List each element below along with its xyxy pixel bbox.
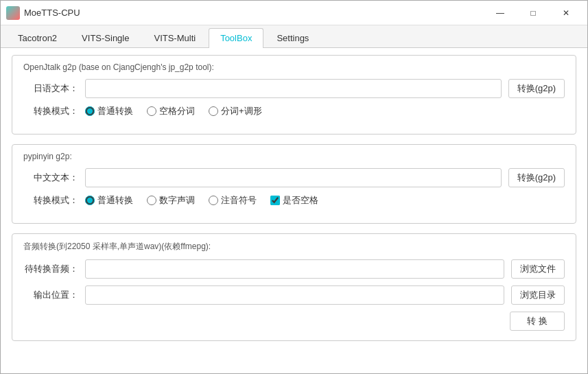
cn-mode-tone[interactable]: 数字声调 <box>147 194 195 207</box>
audio-convert-section: 音频转换(到22050 采样率,单声道wav)(依赖ffmepg): 待转换音频… <box>12 233 576 341</box>
audio-convert-title: 音频转换(到22050 采样率,单声道wav)(依赖ffmepg): <box>23 241 565 253</box>
jp-mode-row: 转换模式： 普通转换 空格分词 分词+调形 <box>23 105 565 117</box>
audio-convert-button[interactable]: 转 换 <box>510 312 565 331</box>
cn-text-input[interactable] <box>85 168 502 187</box>
tab-bar: Tacotron2 VITS-Single VITS-Multi ToolBox… <box>1 25 587 48</box>
jp-mode-normal[interactable]: 普通转换 <box>85 105 133 117</box>
cn-mode-row: 转换模式： 普通转换 数字声调 注音符号 <box>23 194 565 207</box>
cn-mode-zhuyin-label: 注音符号 <box>221 194 257 207</box>
jp-text-input[interactable] <box>85 79 502 98</box>
audio-input-row: 待转换音频： 浏览文件 <box>23 259 565 279</box>
cn-mode-zhuyin[interactable]: 注音符号 <box>209 194 257 207</box>
cn-text-row: 中文文本： 转换(g2p) <box>23 168 565 187</box>
tab-vits-multi[interactable]: VITS-Multi <box>142 28 207 47</box>
jp-mode-tone-label: 分词+调形 <box>221 105 262 117</box>
cn-mode-normal[interactable]: 普通转换 <box>85 194 133 207</box>
cn-text-label: 中文文本： <box>23 172 78 184</box>
maximize-button[interactable]: □ <box>517 3 549 23</box>
tab-tacotron2[interactable]: Tacotron2 <box>6 28 69 47</box>
tab-vits-single[interactable]: VITS-Single <box>70 28 141 47</box>
audio-output-row: 输出位置： 浏览目录 <box>23 285 565 305</box>
window-controls: — □ ✕ <box>484 3 582 23</box>
browse-dir-button[interactable]: 浏览目录 <box>511 285 565 305</box>
cn-mode-label: 转换模式： <box>23 194 78 207</box>
cn-mode-normal-label: 普通转换 <box>97 194 133 207</box>
jp-convert-button[interactable]: 转换(g2p) <box>508 79 565 98</box>
pinyin-g2p-title: pypinyin g2p: <box>23 152 565 161</box>
close-button[interactable]: ✕ <box>550 3 582 23</box>
audio-input-label: 待转换音频： <box>23 263 78 275</box>
jp-mode-normal-label: 普通转换 <box>97 105 133 117</box>
window-title: MoeTTS-CPU <box>24 8 484 18</box>
jp-g2p-title: OpenJtalk g2p (base on CjangCjengh's jp_… <box>23 62 565 72</box>
audio-convert-btn-row: 转 换 <box>23 312 565 331</box>
content-area: OpenJtalk g2p (base on CjangCjengh's jp_… <box>1 48 587 373</box>
audio-input-field[interactable] <box>85 259 504 279</box>
minimize-button[interactable]: — <box>484 3 516 23</box>
jp-mode-group: 普通转换 空格分词 分词+调形 <box>85 105 565 117</box>
cn-mode-tone-label: 数字声调 <box>159 194 195 207</box>
audio-output-field[interactable] <box>85 285 504 305</box>
browse-file-button[interactable]: 浏览文件 <box>511 259 565 279</box>
cn-space-label: 是否空格 <box>283 194 318 207</box>
app-icon <box>6 6 20 20</box>
jp-text-label: 日语文本： <box>23 82 78 95</box>
cn-mode-group: 普通转换 数字声调 注音符号 是否空格 <box>85 194 565 207</box>
audio-output-label: 输出位置： <box>23 289 78 301</box>
jp-g2p-section: OpenJtalk g2p (base on CjangCjengh's jp_… <box>12 55 576 135</box>
jp-mode-label: 转换模式： <box>23 105 78 117</box>
jp-mode-tone[interactable]: 分词+调形 <box>209 105 262 117</box>
tab-toolbox[interactable]: ToolBox <box>209 28 263 48</box>
jp-text-row: 日语文本： 转换(g2p) <box>23 79 565 98</box>
titlebar: MoeTTS-CPU — □ ✕ <box>1 1 587 25</box>
tab-settings[interactable]: Settings <box>265 28 320 47</box>
jp-mode-space-label: 空格分词 <box>159 105 195 117</box>
main-window: MoeTTS-CPU — □ ✕ Tacotron2 VITS-Single V… <box>0 0 588 374</box>
cn-space-checkbox[interactable]: 是否空格 <box>270 194 318 207</box>
jp-mode-space[interactable]: 空格分词 <box>147 105 195 117</box>
cn-convert-button[interactable]: 转换(g2p) <box>508 168 565 187</box>
pinyin-g2p-section: pypinyin g2p: 中文文本： 转换(g2p) 转换模式： 普通转换 数… <box>12 144 576 224</box>
